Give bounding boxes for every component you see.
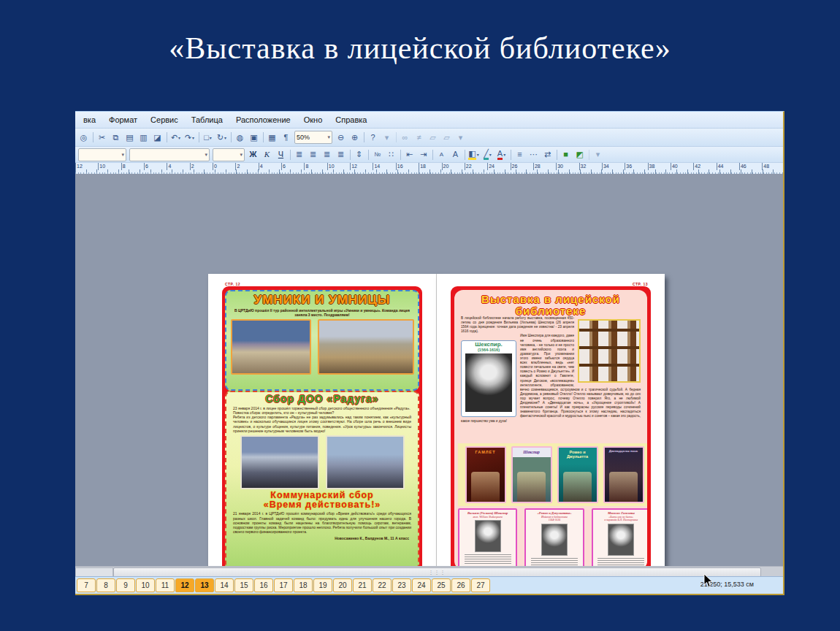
link-frames-icon[interactable]: ∞ bbox=[399, 131, 411, 143]
menu-item[interactable]: Окно bbox=[297, 113, 329, 126]
page-tab[interactable]: 21 bbox=[353, 578, 372, 592]
decrease-font-icon[interactable]: A bbox=[435, 149, 448, 161]
help-icon[interactable]: ? bbox=[367, 131, 379, 143]
document-page-left[interactable]: СТР. 12 УМНИКИ И УМНИЦЫ В ЦРТДиЮ прошёл … bbox=[208, 274, 437, 595]
previous-frame-icon[interactable]: ▱ bbox=[427, 131, 439, 143]
ruler-number: 6 bbox=[281, 163, 304, 170]
web-preview-icon[interactable]: ◍ bbox=[234, 131, 246, 143]
rotate-icon[interactable]: ↻ bbox=[215, 131, 228, 143]
toolbar2-options-icon[interactable]: ▾ bbox=[592, 149, 604, 161]
ruler-number: 36 bbox=[625, 163, 647, 170]
underline-icon[interactable]: Ч bbox=[275, 149, 287, 161]
italic-icon[interactable]: К bbox=[261, 149, 273, 161]
page-tab[interactable]: 10 bbox=[136, 578, 155, 592]
icon-glyph: ≠ bbox=[416, 134, 421, 142]
page-tab[interactable]: 22 bbox=[373, 578, 392, 592]
book-cover-title: Ромео и Джульетта bbox=[559, 450, 597, 459]
shakespeare-portrait-box: Шекспир. (1564-1616) bbox=[461, 340, 516, 417]
exhibition-title: Выставка в лицейской библиотеке bbox=[454, 294, 647, 317]
design-checker-icon[interactable]: ▣ bbox=[248, 131, 260, 143]
align-right-icon[interactable]: ≣ bbox=[321, 149, 333, 161]
chevron-down-icon: ▾ bbox=[240, 152, 243, 158]
article-raduga[interactable]: Сбор ДОО «Радуга» 23 января 2014 г. в ли… bbox=[225, 391, 419, 570]
page-tab[interactable]: 27 bbox=[471, 578, 490, 592]
align-left-icon[interactable]: ≣ bbox=[293, 149, 305, 161]
ruler-number: 12 bbox=[75, 163, 98, 170]
columns-icon[interactable]: ▦ bbox=[266, 131, 278, 143]
paste-icon[interactable]: ▤ bbox=[123, 131, 136, 143]
menu-item[interactable]: Расположение bbox=[229, 113, 297, 126]
page-tab[interactable]: 7 bbox=[77, 578, 96, 592]
toolbar-options-icon[interactable]: ▾ bbox=[381, 131, 393, 143]
font-color-icon[interactable]: А bbox=[495, 149, 508, 161]
shadow-style-icon[interactable]: ■ bbox=[560, 149, 572, 161]
page-tab[interactable]: 26 bbox=[451, 578, 470, 592]
special-characters-icon[interactable]: ¶ bbox=[280, 131, 292, 143]
paste-special-icon[interactable]: ▥ bbox=[137, 131, 150, 143]
cut-icon[interactable]: ✂ bbox=[96, 131, 108, 143]
numbering-icon[interactable]: № bbox=[371, 149, 383, 161]
bullets-icon[interactable]: ∷ bbox=[385, 149, 397, 161]
horizontal-scrollbar[interactable]: ⋮⋮⋮ bbox=[75, 566, 783, 577]
page-tab[interactable]: 12 bbox=[175, 578, 194, 592]
page-tab[interactable]: 23 bbox=[392, 578, 411, 592]
line-color-icon[interactable]: ╱ bbox=[481, 149, 494, 161]
ruler-number: 46 bbox=[739, 163, 762, 170]
increase-indent-icon[interactable]: ⇥ bbox=[417, 149, 429, 161]
copy-icon[interactable]: ⧉ bbox=[110, 131, 122, 143]
increase-font-icon[interactable]: A bbox=[449, 149, 462, 161]
bold-icon[interactable]: Ж bbox=[247, 149, 259, 161]
caption-panel: Монолог Гамлета «Быть или не быть» в пер… bbox=[592, 508, 647, 568]
caption-panel: Вильям (Уильям) Шекспир англ. William Sh… bbox=[458, 508, 517, 568]
decrease-indent-icon[interactable]: ⇤ bbox=[403, 149, 416, 161]
page-tab[interactable]: 16 bbox=[254, 578, 273, 592]
format-painter-icon[interactable]: ◪ bbox=[151, 131, 164, 143]
dash-style-icon[interactable]: ⋯ bbox=[527, 149, 540, 161]
line-spacing-icon[interactable]: ⇕ bbox=[353, 149, 365, 161]
page-tab[interactable]: 13 bbox=[195, 578, 214, 592]
page-tab[interactable]: 15 bbox=[234, 578, 253, 592]
scrollbar-grip-icon: ⋮⋮⋮ bbox=[429, 570, 446, 575]
menu-item[interactable]: вка bbox=[77, 113, 102, 126]
menu-item[interactable]: Таблица bbox=[185, 113, 229, 126]
page-tab[interactable]: 20 bbox=[333, 578, 352, 592]
toolbar-options2-icon[interactable]: ▾ bbox=[454, 131, 467, 143]
style-combo[interactable]: ▾ bbox=[78, 148, 126, 161]
align-justify-icon[interactable]: ≣ bbox=[335, 149, 347, 161]
icon-glyph: ⊖ bbox=[337, 134, 344, 142]
document-page-right[interactable]: СТР. 13 Выставка в лицейской библиотеке … bbox=[437, 274, 665, 595]
zoom-out-icon[interactable]: ⊖ bbox=[335, 131, 347, 143]
next-frame-icon[interactable]: ▱ bbox=[440, 131, 453, 143]
page-tab[interactable]: 14 bbox=[215, 578, 234, 592]
font-size-combo[interactable]: ▾ bbox=[213, 148, 245, 161]
redo-icon[interactable]: ↷ bbox=[183, 131, 196, 143]
page-tab[interactable]: 18 bbox=[294, 578, 313, 592]
find-icon[interactable]: ◎ bbox=[77, 131, 90, 143]
order-icon[interactable]: □ bbox=[202, 131, 214, 143]
menu-item[interactable]: Сервис bbox=[144, 113, 185, 126]
zoom-in-icon[interactable]: ⊕ bbox=[348, 131, 361, 143]
page-tab[interactable]: 19 bbox=[313, 578, 332, 592]
undo-icon[interactable]: ↶ bbox=[169, 131, 182, 143]
exhibition-article[interactable]: Выставка в лицейской библиотеке В лицейс… bbox=[454, 290, 647, 570]
menu-item[interactable]: Формат bbox=[102, 113, 144, 126]
zoom-combo[interactable]: 50% ▾ bbox=[294, 131, 332, 144]
line-weight-icon[interactable]: ≡ bbox=[513, 149, 526, 161]
font-combo[interactable]: ▾ bbox=[129, 148, 210, 161]
ruler-number: 8 bbox=[121, 163, 144, 170]
icon-glyph: ≣ bbox=[324, 150, 330, 158]
menu-item[interactable]: Справка bbox=[329, 113, 373, 126]
article-umniki[interactable]: УМНИКИ И УМНИЦЫ В ЦРТДиЮ прошёл II тур р… bbox=[225, 290, 419, 391]
page-tab[interactable]: 8 bbox=[96, 578, 115, 592]
unlink-frames-icon[interactable]: ≠ bbox=[413, 131, 425, 143]
page-tab[interactable]: 25 bbox=[432, 578, 451, 592]
page-tab[interactable]: 9 bbox=[116, 578, 135, 592]
photo-bookshelf-exhibit bbox=[578, 319, 641, 383]
fill-color-icon[interactable]: ◧ bbox=[467, 149, 480, 161]
arrow-style-icon[interactable]: ⇄ bbox=[541, 149, 554, 161]
threed-style-icon[interactable]: ◩ bbox=[573, 149, 586, 161]
page-tab[interactable]: 24 bbox=[412, 578, 431, 592]
page-tab[interactable]: 11 bbox=[156, 578, 175, 592]
align-center-icon[interactable]: ≣ bbox=[307, 149, 319, 161]
page-tab[interactable]: 17 bbox=[274, 578, 293, 592]
